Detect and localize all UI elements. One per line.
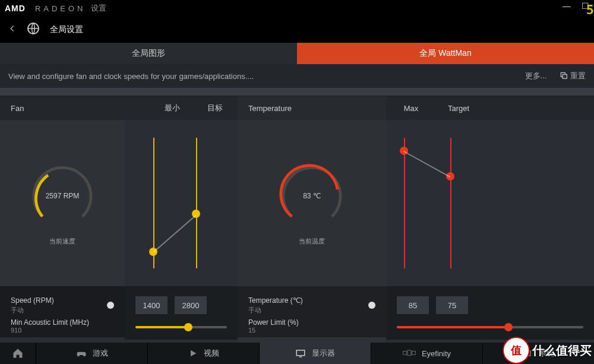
temp-max-value[interactable]: 85: [397, 296, 429, 314]
tabs: 全局图形 全局 WattMan: [0, 43, 594, 64]
globe-icon: [26, 21, 40, 38]
fan-target-value[interactable]: 2800: [175, 296, 207, 314]
partial-row: [0, 88, 594, 96]
temp-header: Temperature: [248, 104, 292, 113]
fan-min-value[interactable]: 1400: [135, 296, 168, 314]
fan-current-label: 当前速度: [49, 237, 75, 246]
temp-value: 83 ℃: [303, 191, 321, 200]
power-limit-value: 15: [248, 327, 255, 334]
subheader: View and configure fan and clock speeds …: [0, 64, 594, 88]
fps-overlay: 5: [586, 2, 594, 17]
subheader-description: View and configure fan and clock speeds …: [8, 72, 254, 81]
fan-target-header: 目标: [203, 103, 227, 113]
watermark-text: 什么值得买: [532, 343, 594, 359]
svg-rect-5: [407, 350, 411, 356]
temp-vertical-sliders[interactable]: [386, 132, 594, 274]
gamepad-icon: [76, 348, 87, 359]
temperature-c-label: Temperature (℃): [248, 296, 303, 305]
window-controls: — ☐: [563, 1, 589, 11]
amd-logo: AMD: [5, 4, 26, 13]
temp-gauge: 83 ℃: [276, 161, 347, 232]
svg-rect-6: [412, 351, 415, 354]
speed-rpm-label: Speed (RPM): [11, 296, 54, 305]
acoustic-slider[interactable]: [135, 318, 227, 336]
more-button[interactable]: 更多...: [525, 71, 547, 81]
tab-global-graphics[interactable]: 全局图形: [0, 43, 297, 64]
temp-max-header: Max: [399, 104, 423, 113]
fan-header: Fan: [0, 96, 125, 120]
svg-rect-3: [296, 350, 305, 356]
play-icon: [188, 349, 198, 358]
fan-speed-toggle[interactable]: [107, 302, 114, 309]
nav-display[interactable]: 显示器: [259, 343, 371, 364]
fan-min-header: 最小: [160, 103, 184, 113]
nav-games[interactable]: 游戏: [36, 343, 147, 364]
svg-rect-4: [403, 351, 407, 354]
fan-vertical-sliders[interactable]: [125, 132, 238, 274]
power-limit-slider[interactable]: [397, 318, 583, 336]
main-panel: Fan 2597 RPM 当前速度 Speed (RPM) 手动 Min: [0, 96, 594, 344]
home-button[interactable]: [0, 343, 36, 364]
temp-gauge-column: Temperature 83 ℃ 当前温度 Temperature (℃) 手动: [238, 96, 386, 344]
temp-sliders-column: Max Target 85 75: [386, 96, 594, 344]
temp-target-value[interactable]: 75: [436, 296, 468, 314]
watermark: 值 什么值得买: [503, 337, 594, 364]
temp-mode: 手动: [248, 306, 303, 315]
reset-button[interactable]: 重置: [560, 71, 586, 81]
acoustic-label: Min Acoustic Limit (MHz): [11, 318, 89, 327]
speed-mode: 手动: [11, 306, 54, 315]
nav-eyefinity[interactable]: Eyefinity: [371, 343, 482, 364]
navbar: 全局设置: [0, 17, 594, 43]
multi-monitor-icon: [403, 349, 416, 357]
monitor-icon: [295, 348, 306, 359]
nav-title: 全局设置: [50, 24, 83, 35]
tab-global-wattman[interactable]: 全局 WattMan: [297, 43, 594, 64]
svg-rect-2: [563, 74, 567, 78]
back-icon[interactable]: [8, 24, 17, 35]
acoustic-value: 910: [11, 327, 21, 334]
fan-rpm-value: 2597 RPM: [46, 191, 80, 200]
fan-gauge-column: Fan 2597 RPM 当前速度 Speed (RPM) 手动 Min: [0, 96, 125, 344]
fan-gauge: 2597 RPM: [27, 161, 98, 232]
titlebar-settings: 设置: [91, 3, 106, 14]
nav-video[interactable]: 视频: [147, 343, 259, 364]
temp-target-header: Target: [447, 104, 470, 113]
temp-toggle[interactable]: [368, 302, 375, 309]
titlebar: AMD RADEON 设置 — ☐: [0, 0, 594, 17]
temp-current-label: 当前温度: [299, 237, 325, 246]
watermark-badge: 值: [503, 337, 530, 364]
minimize-button[interactable]: —: [563, 1, 571, 11]
power-limit-label: Power Limit (%): [248, 318, 299, 327]
radeon-text: RADEON: [35, 4, 86, 13]
fan-sliders-column: 最小 目标 1400 2800: [125, 96, 238, 344]
